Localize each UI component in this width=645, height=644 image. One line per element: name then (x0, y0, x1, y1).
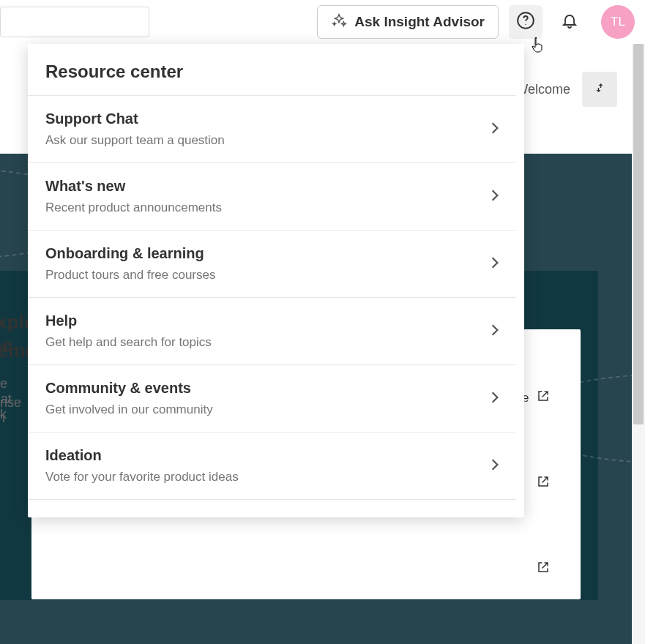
help-button[interactable] (509, 5, 543, 39)
rc-item-subtitle: Vote for your favorite product ideas (45, 470, 480, 484)
collapse-icon (593, 81, 606, 97)
chevron-right-icon (480, 391, 510, 407)
chevron-right-icon (480, 256, 510, 272)
rc-item-title: Community & events (45, 380, 480, 397)
bg-para-2: Sense can (0, 395, 25, 426)
chevron-right-icon (480, 189, 510, 205)
rc-item-help[interactable]: Help Get help and search for topics (28, 298, 515, 365)
rc-item-subtitle: Ask our support team a question (45, 133, 480, 148)
rc-item-title: Help (45, 312, 480, 329)
rc-item-subtitle: Get involved in our community (45, 402, 480, 417)
rc-item-title: What's new (45, 178, 480, 195)
rc-item-support-chat[interactable]: Support Chat Ask our support team a ques… (28, 96, 515, 163)
help-icon (516, 11, 535, 33)
rc-item-onboarding-learning[interactable]: Onboarding & learning Product tours and … (28, 231, 515, 298)
rc-item-subtitle: Get help and search for topics (45, 335, 480, 350)
scrollbar-thumb[interactable] (633, 44, 644, 424)
ask-insight-advisor-button[interactable]: Ask Insight Advisor (317, 5, 499, 39)
scrollbar-track[interactable] (632, 44, 645, 644)
external-link-icon (537, 561, 550, 577)
avatar-initials: TL (611, 15, 625, 29)
chevron-right-icon (480, 458, 510, 474)
search-input[interactable] (0, 7, 149, 37)
chevron-right-icon (480, 121, 510, 138)
sparkle-icon (331, 12, 347, 32)
collapse-button[interactable] (582, 72, 617, 107)
ask-button-label: Ask Insight Advisor (354, 14, 485, 30)
external-link-icon (537, 475, 550, 492)
resource-center-list: Support Chat Ask our support team a ques… (28, 95, 515, 500)
external-link-icon (537, 389, 550, 406)
top-bar: Ask Insight Advisor TL (0, 0, 645, 44)
svg-point-1 (525, 24, 526, 25)
rc-item-ideation[interactable]: Ideation Vote for your favorite product … (28, 433, 515, 500)
bell-icon (561, 12, 578, 32)
rc-item-title: Ideation (45, 447, 480, 464)
rc-item-title: Support Chat (45, 111, 480, 127)
avatar[interactable]: TL (601, 5, 635, 39)
rc-item-subtitle: Product tours and free courses (45, 268, 480, 282)
rc-item-subtitle: Recent product announcements (45, 201, 480, 215)
resource-center-title: Resource center (28, 44, 524, 95)
rc-item-whats-new[interactable]: What's new Recent product announcements (28, 163, 515, 231)
chevron-right-icon (480, 323, 510, 340)
notifications-button[interactable] (553, 5, 586, 39)
bg-heading-2: Demo (0, 340, 25, 362)
resource-center-popover: Resource center Support Chat Ask our sup… (28, 44, 524, 517)
rc-item-title: Onboarding & learning (45, 245, 480, 262)
rc-item-community-events[interactable]: Community & events Get involved in our c… (28, 365, 515, 433)
external-link-3[interactable] (52, 561, 560, 577)
